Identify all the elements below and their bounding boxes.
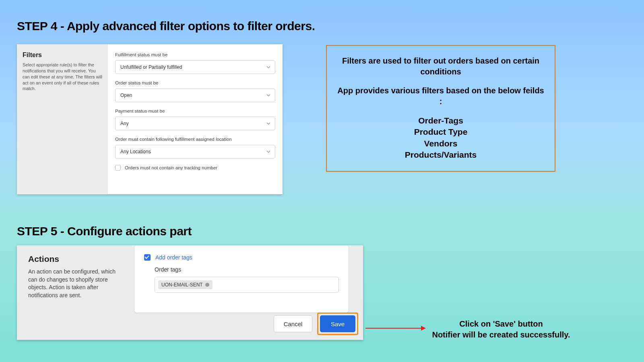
chevron-down-icon: [266, 65, 271, 70]
info-item: Vendors: [337, 138, 544, 149]
info-line2: App provides various filters based on th…: [337, 85, 544, 107]
tag-chip-text: UON-EMAIL-SENT: [161, 282, 203, 288]
save-callout-line2: Notifier will be created successfully.: [429, 329, 574, 340]
tracking-checkbox-row[interactable]: Orders must not contain any tracking num…: [115, 165, 275, 171]
info-filter-fields-list: Order-Tags Product Type Vendors Products…: [337, 115, 544, 160]
add-order-tags-label: Add order tags: [155, 254, 192, 261]
step5-heading: STEP 5 - Configure actions part: [17, 224, 192, 238]
step4-heading: STEP 4 - Apply advanced filter options t…: [17, 19, 315, 33]
filters-description: Select appropriate rule(s) to filter the…: [23, 62, 102, 92]
info-item: Products/Variants: [337, 149, 544, 160]
payment-status-select[interactable]: Any: [115, 117, 275, 130]
location-value: Any Locations: [120, 149, 151, 154]
filters-form: Fulfillment status must be Unfulfilled o…: [108, 44, 283, 194]
filters-title: Filters: [23, 51, 102, 59]
fulfillment-value: Unfulfilled or Partially fulfilled: [120, 64, 182, 70]
info-item: Product Type: [337, 126, 544, 138]
chevron-down-icon: [266, 121, 271, 126]
payment-status-label: Payment status must be: [115, 109, 275, 113]
actions-card: Add order tags Order tags UON-EMAIL-SENT: [134, 245, 349, 313]
cancel-button[interactable]: Cancel: [274, 315, 312, 332]
actions-title: Actions: [28, 254, 125, 264]
save-callout-line1: Click on 'Save' button: [429, 319, 574, 329]
location-label: Order must contain following fulfillment…: [115, 137, 275, 142]
action-buttons-row: Cancel Save: [274, 313, 358, 335]
tracking-checkbox-label: Orders must not contain any tracking num…: [125, 165, 217, 170]
order-status-label: Order status must be: [115, 80, 275, 85]
order-tags-label: Order tags: [155, 266, 339, 273]
fulfillment-select[interactable]: Unfulfilled or Partially fulfilled: [115, 60, 275, 74]
add-order-tags-checkbox[interactable]: [144, 254, 151, 261]
arrow-icon: [365, 323, 426, 334]
order-status-select[interactable]: Open: [115, 88, 275, 102]
actions-description: An action can be configured, which can d…: [28, 268, 125, 299]
actions-panel: Actions An action can be configured, whi…: [17, 245, 363, 340]
location-select[interactable]: Any Locations: [115, 145, 275, 158]
tracking-checkbox[interactable]: [115, 165, 121, 171]
filters-panel: Filters Select appropriate rule(s) to fi…: [17, 44, 283, 194]
save-callout: Click on 'Save' button Notifier will be …: [429, 319, 574, 340]
info-item: Order-Tags: [337, 115, 544, 126]
order-status-value: Open: [120, 93, 132, 98]
info-line1: Filters are used to filter out orders ba…: [337, 56, 544, 77]
add-order-tags-row[interactable]: Add order tags: [144, 254, 339, 261]
payment-status-value: Any: [120, 121, 129, 126]
fulfillment-label: Fulfillment status must be: [115, 52, 275, 57]
order-tag-chip[interactable]: UON-EMAIL-SENT: [158, 280, 213, 289]
remove-tag-icon[interactable]: [205, 283, 209, 287]
save-button-highlight: Save: [317, 313, 358, 335]
svg-marker-1: [421, 326, 426, 331]
filters-info-callout: Filters are used to filter out orders ba…: [326, 45, 555, 172]
actions-sidebar: Actions An action can be configured, whi…: [28, 254, 125, 299]
chevron-down-icon: [266, 93, 271, 98]
chevron-down-icon: [266, 149, 271, 154]
save-button[interactable]: Save: [320, 315, 355, 332]
filters-sidebar: Filters Select appropriate rule(s) to fi…: [17, 44, 108, 194]
order-tags-input[interactable]: UON-EMAIL-SENT: [155, 277, 339, 293]
